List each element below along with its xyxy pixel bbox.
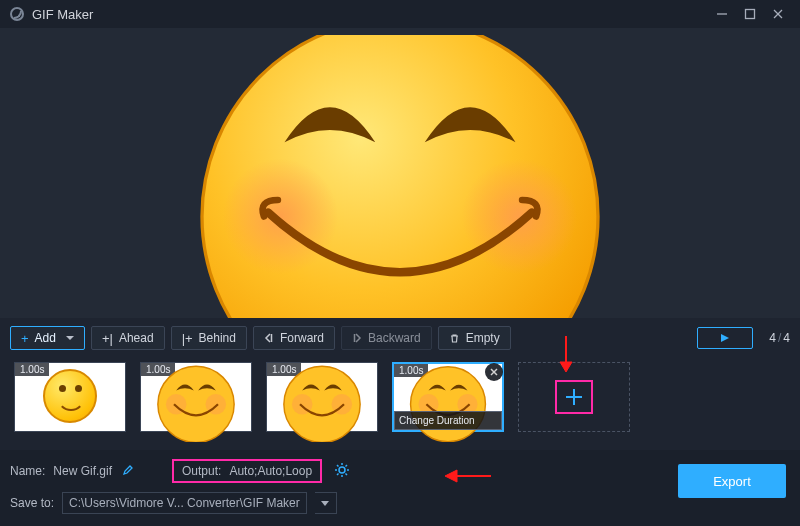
behind-button[interactable]: |+ Behind <box>171 326 247 350</box>
frame-thumb[interactable]: 1.00s <box>14 362 126 432</box>
svg-point-23 <box>339 467 345 473</box>
close-button[interactable] <box>764 3 792 25</box>
add-button[interactable]: + Add <box>10 326 85 350</box>
name-value: New Gif.gif <box>53 464 112 478</box>
thumb-image <box>141 363 251 431</box>
empty-button[interactable]: Empty <box>438 326 511 350</box>
output-label: Output: <box>182 464 221 478</box>
timeline-toolbar: + Add +| Ahead |+ Behind Forward Backwar… <box>0 318 800 356</box>
name-label: Name: <box>10 464 45 478</box>
svg-marker-36 <box>445 470 457 482</box>
trash-icon <box>449 333 460 344</box>
output-value: Auto;Auto;Loop <box>229 464 312 478</box>
window-title: GIF Maker <box>32 7 93 22</box>
svg-point-5 <box>223 159 339 275</box>
frame-thumb[interactable]: 1.00s <box>140 362 252 432</box>
frame-counter: 4/4 <box>769 331 790 345</box>
svg-rect-1 <box>746 10 755 19</box>
frame-thumb[interactable]: 1.00s <box>266 362 378 432</box>
forward-icon <box>264 333 274 343</box>
forward-button[interactable]: Forward <box>253 326 335 350</box>
change-duration-button[interactable]: Change Duration <box>394 411 502 430</box>
backward-label: Backward <box>368 331 421 345</box>
current-frame: 4 <box>769 331 776 345</box>
minimize-button[interactable] <box>708 3 736 25</box>
plus-icon <box>563 386 585 408</box>
output-settings-icon[interactable] <box>334 462 350 481</box>
backward-button[interactable]: Backward <box>341 326 432 350</box>
backward-icon <box>352 333 362 343</box>
play-icon <box>720 333 730 343</box>
svg-line-28 <box>337 465 339 467</box>
ahead-label: Ahead <box>119 331 154 345</box>
saveto-label: Save to: <box>10 496 54 510</box>
export-button[interactable]: Export <box>678 464 786 498</box>
timeline-thumbs: 1.00s 1.00s 1.00s 1.00s <box>0 356 800 442</box>
frame-thumb-selected[interactable]: 1.00s Change Duration <box>392 362 504 432</box>
svg-line-31 <box>346 465 348 467</box>
plus-icon: + <box>21 331 29 346</box>
preview-image <box>110 35 690 318</box>
total-frames: 4 <box>783 331 790 345</box>
behind-label: Behind <box>199 331 236 345</box>
saveto-dropdown-icon[interactable] <box>315 492 337 514</box>
annotation-arrow <box>556 334 576 374</box>
thumb-image <box>267 363 377 431</box>
output-settings-highlight: Output: Auto;Auto;Loop <box>172 459 322 483</box>
add-label: Add <box>35 331 56 345</box>
svg-point-6 <box>462 159 578 275</box>
forward-label: Forward <box>280 331 324 345</box>
app-logo-icon <box>10 7 24 21</box>
annotation-arrow <box>443 468 493 484</box>
svg-line-30 <box>337 473 339 475</box>
behind-icon: |+ <box>182 331 193 346</box>
empty-label: Empty <box>466 331 500 345</box>
maximize-button[interactable] <box>736 3 764 25</box>
edit-name-icon[interactable] <box>122 464 134 479</box>
preview-area <box>0 28 800 318</box>
ahead-icon: +| <box>102 331 113 346</box>
ahead-button[interactable]: +| Ahead <box>91 326 165 350</box>
export-label: Export <box>713 474 751 489</box>
svg-marker-32 <box>321 501 329 506</box>
svg-line-29 <box>346 473 348 475</box>
titlebar: GIF Maker <box>0 0 800 28</box>
svg-marker-34 <box>560 362 572 372</box>
saveto-path[interactable]: C:\Users\Vidmore V... Converter\GIF Make… <box>62 492 307 514</box>
add-frame-highlight <box>555 380 593 414</box>
bottom-panel: Name: New Gif.gif Output: Auto;Auto;Loop… <box>0 450 800 526</box>
play-button[interactable] <box>697 327 753 349</box>
svg-marker-9 <box>721 334 729 342</box>
thumb-image <box>15 363 125 431</box>
